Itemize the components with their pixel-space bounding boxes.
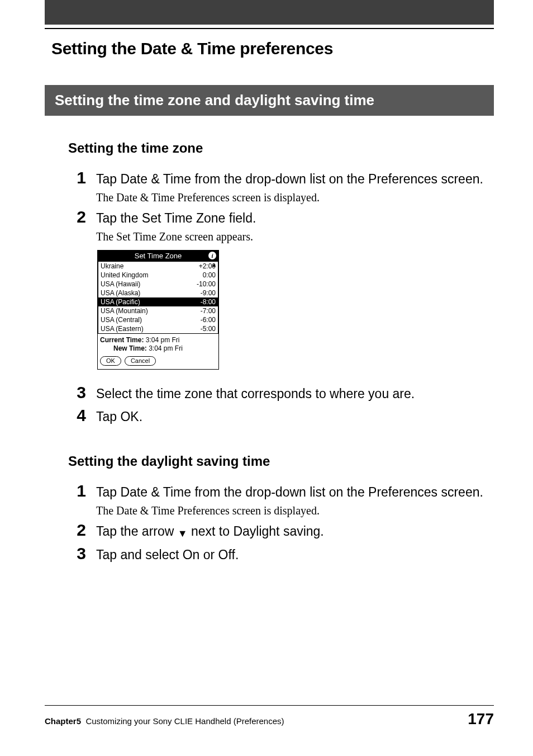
palm-window-title: Set Time Zone i [98,251,218,261]
footer-chapter: Chapter5 Customizing your Sony CLIE Hand… [45,716,284,726]
subheading-dst: Setting the daylight saving time [68,453,494,469]
palm-window: Set Time Zone i ▲ Ukraine+2:00 United Ki… [97,250,219,370]
step-subtext: The Set Time Zone screen appears. [96,230,494,243]
page-title: Setting the Date & Time preferences [51,39,494,58]
subheading-timezone: Setting the time zone [68,140,494,156]
tz-row-uk[interactable]: United Kingdom0:00 [98,271,218,280]
ok-button[interactable]: OK [100,356,121,366]
tz-row-mountain[interactable]: USA (Mountain)-7:00 [98,306,218,315]
page-number: 177 [468,710,494,728]
step-text: Tap Date & Time from the drop-down list … [96,484,494,501]
dst-step-3: 3 Tap and select On or Off. [73,545,494,564]
step-text: Tap the arrow ▼ next to Daylight saving. [96,523,494,540]
tz-row-alaska[interactable]: USA (Alaska)-9:00 [98,289,218,297]
step-subtext: The Date & Time Preferences screen is di… [96,191,494,204]
step-text: Tap OK. [96,408,494,426]
step-text: Tap Date & Time from the drop-down list … [96,171,494,188]
tz-row-central[interactable]: USA (Central)-6:00 [98,315,218,324]
steps-timezone: 1 Tap Date & Time from the drop-down lis… [73,169,494,243]
step-3: 3 Select the time zone that corresponds … [73,384,494,403]
step-number: 2 [73,209,86,225]
step-1: 1 Tap Date & Time from the drop-down lis… [73,169,494,204]
scroll-up-icon[interactable]: ▲ [211,262,217,268]
down-arrow-icon: ▼ [178,527,188,540]
top-header-bar [45,0,494,25]
step-number: 1 [73,169,86,186]
step-2: 2 Tap the Set Time Zone field. The Set T… [73,209,494,243]
palm-title-text: Set Time Zone [135,252,182,260]
dst-step-2: 2 Tap the arrow ▼ next to Daylight savin… [73,522,494,540]
dst-step-1: 1 Tap Date & Time from the drop-down lis… [73,483,494,517]
tz-row-eastern[interactable]: USA (Eastern)-5:00 [98,324,218,333]
section-band: Setting the time zone and daylight savin… [45,85,494,116]
step-text: Tap and select On or Off. [96,546,494,564]
new-time-row: New Time: 3:04 pm Fri [100,344,216,353]
step-number: 3 [73,545,86,562]
step-number: 3 [73,384,86,401]
step-text: Select the time zone that corresponds to… [96,385,494,403]
step-text: Tap the Set Time Zone field. [96,210,494,227]
step-subtext: The Date & Time Preferences screen is di… [96,504,494,517]
tz-row-hawaii[interactable]: USA (Hawaii)-10:00 [98,280,218,289]
steps-timezone-cont: 3 Select the time zone that corresponds … [73,384,494,426]
page-footer: Chapter5 Customizing your Sony CLIE Hand… [45,705,494,728]
step-4: 4 Tap OK. [73,407,494,426]
tz-row-ukraine[interactable]: Ukraine+2:00 [98,262,218,271]
cancel-button[interactable]: Cancel [125,356,156,366]
timezone-list[interactable]: ▲ Ukraine+2:00 United Kingdom0:00 USA (H… [98,261,218,334]
palm-screenshot: Set Time Zone i ▲ Ukraine+2:00 United Ki… [97,250,494,370]
palm-body: Current Time: 3:04 pm Fri New Time: 3:04… [98,334,218,369]
info-icon[interactable]: i [208,252,216,259]
step-number: 1 [73,483,86,499]
step-number: 4 [73,407,86,424]
page-content: Setting the Date & Time preferences Sett… [0,29,533,564]
steps-dst: 1 Tap Date & Time from the drop-down lis… [73,483,494,563]
step-number: 2 [73,522,86,538]
tz-row-pacific-selected[interactable]: USA (Pacific)-8:00 [98,297,218,306]
current-time-row: Current Time: 3:04 pm Fri [100,336,216,344]
